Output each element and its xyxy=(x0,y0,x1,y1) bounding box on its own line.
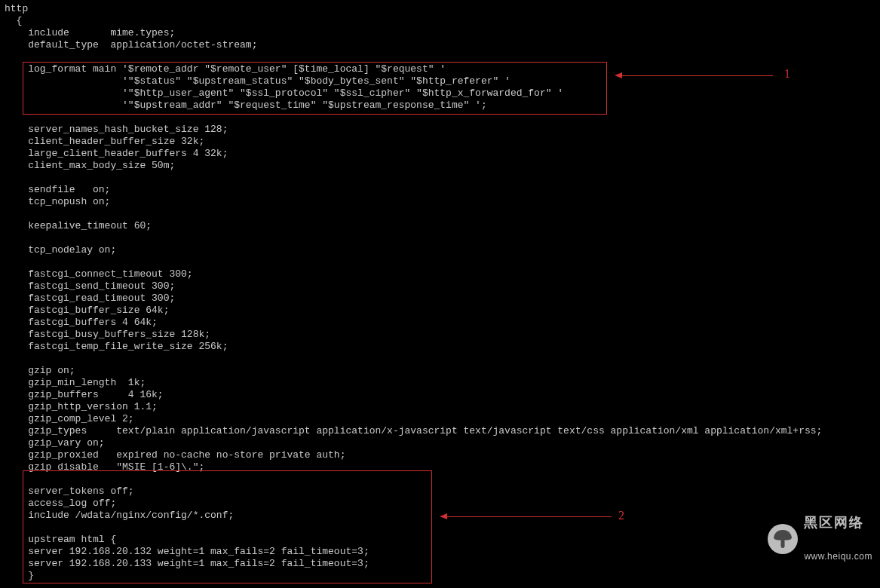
mushroom-icon xyxy=(768,524,798,554)
annotation-box-2 xyxy=(23,470,432,583)
annotation-arrow-2 xyxy=(447,516,612,517)
arrow-head-icon xyxy=(440,513,447,519)
watermark: 黑区网络 www.heiqu.com xyxy=(768,494,872,583)
watermark-text: 黑区网络 www.heiqu.com xyxy=(804,494,872,583)
annotation-label-2: 2 xyxy=(618,510,624,522)
arrow-head-icon xyxy=(615,72,622,78)
watermark-brand: 黑区网络 xyxy=(804,516,872,531)
watermark-url: www.heiqu.com xyxy=(804,552,872,562)
annotation-label-1: 1 xyxy=(784,68,790,80)
annotation-arrow-1 xyxy=(622,75,773,76)
annotation-box-1 xyxy=(23,62,607,115)
svg-rect-0 xyxy=(781,539,785,547)
